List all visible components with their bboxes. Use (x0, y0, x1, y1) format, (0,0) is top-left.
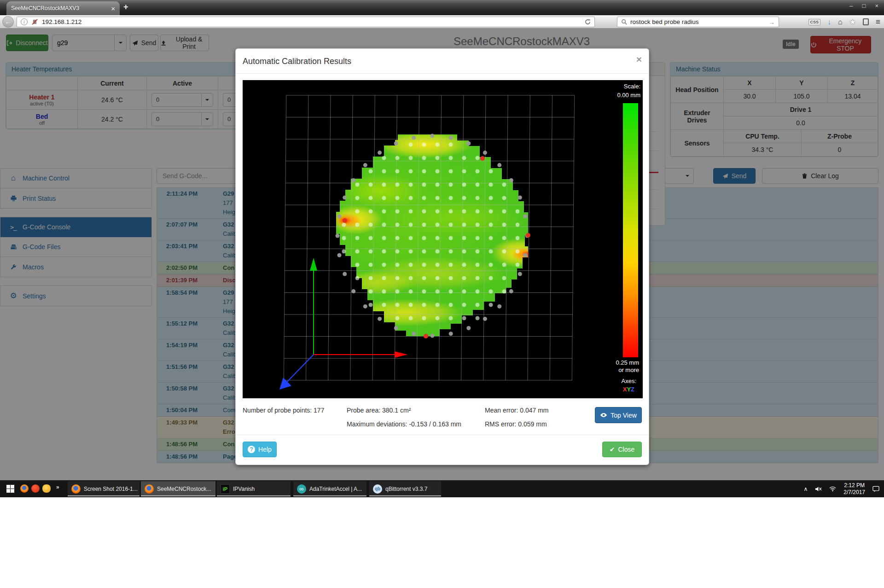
tab-close-icon[interactable]: × (111, 5, 115, 12)
taskbar-button-ipvanish[interactable]: iPIPVanish (217, 481, 291, 496)
scale-gradient-bar (623, 103, 638, 357)
content-blocked-icon[interactable] (32, 19, 38, 25)
system-tray: ∧ 2:12 PM 2/7/2017 (803, 480, 884, 497)
taskbar-button-seemecncrostock-[interactable]: SeeMeCNCRostock... (141, 481, 215, 496)
clock[interactable]: 2:12 PM 2/7/2017 (843, 482, 865, 496)
scale-bottom-more: or more (618, 367, 639, 373)
taskbar-button-adatrinketaccel-a-[interactable]: ∞AdaTrinketAccel | A... (293, 481, 366, 496)
stat-probe-points: Number of probe points: 177 (243, 407, 324, 414)
home-icon[interactable]: ⌂ (838, 18, 843, 26)
tab-title: SeeMeCNCRostockMAXV3 (11, 5, 107, 12)
app-viewport: Disconnect Send Upload & Print SeeMeCNCR… (0, 29, 884, 480)
taskbar-button-screen-shot-2016-1-[interactable]: Screen Shot 2016-1... (68, 481, 140, 496)
question-icon: ? (248, 446, 255, 453)
refresh-icon[interactable] (585, 19, 591, 25)
url-text[interactable]: 192.168.1.212 (42, 18, 81, 25)
url-bar[interactable]: i 192.168.1.212 (17, 17, 595, 27)
menu-icon[interactable]: ≡ (876, 17, 880, 27)
taskbar-button-label: AdaTrinketAccel | A... (309, 486, 362, 492)
modal-title: Automatic Calibration Results (236, 49, 649, 74)
taskbar-button-label: SeeMeCNCRostock... (157, 486, 211, 492)
taskbar-button-label: IPVanish (233, 486, 255, 492)
calibration-modal: Automatic Calibration Results × (235, 48, 649, 465)
start-button[interactable] (6, 485, 14, 493)
stat-max-deviations: Maximum deviations: -0.153 / 0.163 mm (347, 420, 461, 428)
search-go-icon[interactable]: → (768, 18, 775, 26)
taskbar: » Screen Shot 2016-1...SeeMeCNCRostock..… (0, 480, 884, 497)
search-icon (621, 19, 627, 25)
modal-close-icon[interactable]: × (636, 54, 642, 64)
browser-nav-bar: ← i 192.168.1.212 → CSS ↓ ⌂ ★ ≡ (0, 15, 884, 29)
heightmap-canvas: Scale: 0.00 mm 0.25 mm or more Axes: XYZ (243, 80, 643, 398)
tray-chevron-icon[interactable]: ∧ (803, 486, 808, 492)
window-maximize-button[interactable]: □ (862, 2, 866, 9)
scale-label: Scale: (624, 83, 640, 90)
wifi-icon[interactable] (829, 486, 836, 492)
top-view-button[interactable]: Top View (595, 407, 642, 423)
action-center-icon[interactable] (872, 486, 879, 492)
modal-close-button[interactable]: ✔ Close (602, 442, 642, 457)
scale-top-value: 0.00 mm (617, 92, 640, 99)
axes-label: Axes: (621, 378, 636, 384)
ada-icon: ∞ (297, 484, 306, 494)
modal-footer: ? Help ✔ Close (236, 435, 649, 465)
qb-icon: qb (373, 484, 382, 494)
browser-tab[interactable]: SeeMeCNCRostockMAXV3 × (6, 1, 120, 15)
tray-time: 2:12 PM (844, 482, 865, 489)
eye-icon (600, 413, 607, 418)
taskbar-button-label: qBittorrent v3.3.7 (385, 486, 427, 492)
heightmap-svg (243, 80, 643, 398)
axes-letters: XYZ (623, 386, 634, 393)
taskbar-button-qbittorrent-v3-3-7[interactable]: qbqBittorrent v3.3.7 (369, 481, 441, 496)
quicklaunch-mail-icon[interactable] (42, 484, 51, 493)
screen: SeeMeCNCRostockMAXV3 × + – □ × ← i 192.1… (0, 0, 884, 588)
quicklaunch-app-icon[interactable] (31, 484, 40, 493)
overflow-chevron[interactable]: » (56, 484, 59, 490)
download-icon[interactable]: ↓ (827, 18, 831, 26)
volume-muted-icon[interactable] (815, 486, 822, 492)
pocket-icon[interactable] (863, 18, 869, 25)
site-info-icon[interactable]: i (21, 18, 28, 25)
new-tab-button[interactable]: + (123, 2, 128, 12)
tray-date: 2/7/2017 (843, 489, 865, 495)
browser-tab-bar: SeeMeCNCRostockMAXV3 × + – □ × (0, 0, 884, 15)
bookmark-star-icon[interactable]: ★ (849, 17, 856, 26)
firefox-icon (145, 484, 154, 494)
stat-mean-error: Mean error: 0.047 mm (485, 407, 549, 414)
help-button[interactable]: ? Help (243, 442, 277, 457)
back-button[interactable]: ← (2, 16, 14, 28)
window-close-button[interactable]: × (875, 2, 878, 9)
heightmap-error-patches (302, 131, 547, 326)
quicklaunch-firefox-icon[interactable] (20, 484, 29, 493)
ipvanish-icon: iP (221, 484, 230, 494)
search-bar[interactable]: → (617, 17, 779, 27)
window-minimize-button[interactable]: – (849, 2, 853, 9)
taskbar-button-label: Screen Shot 2016-1... (84, 486, 138, 492)
firefox-icon (71, 484, 81, 494)
search-input[interactable] (630, 18, 765, 25)
css-toggle-icon[interactable]: CSS (808, 19, 821, 25)
scale-bottom-value: 0.25 mm (616, 359, 639, 366)
check-icon: ✔ (610, 446, 615, 453)
stat-rms-error: RMS error: 0.059 mm (485, 420, 547, 428)
stat-probe-area: Probe area: 380.1 cm² (347, 407, 411, 414)
